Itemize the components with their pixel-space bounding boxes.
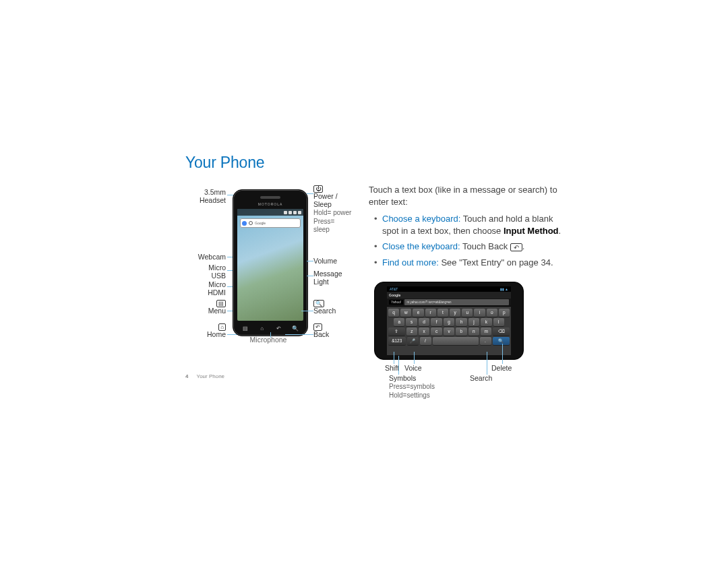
- manual-page: Your Phone 3.5mm Headset Webcam Micro US…: [185, 154, 570, 396]
- phone-screen-horizontal: AT&T▮▮ ▲ Google Yahoo! m.yahoo.com/?.tsr…: [387, 286, 511, 355]
- intro-text: Touch a text box (like in a message or s…: [369, 184, 570, 208]
- key-dot: .: [480, 337, 491, 345]
- key-t: t: [437, 309, 448, 317]
- key-w: w: [400, 309, 411, 317]
- vertical-phone-diagram: 3.5mm Headset Webcam Micro USB Micro HDM…: [185, 184, 353, 359]
- google-icon: [242, 221, 247, 226]
- key-e: e: [413, 309, 423, 317]
- key-d: d: [419, 318, 429, 326]
- key-v: v: [444, 327, 454, 336]
- footer-section: Your Phone: [197, 373, 225, 379]
- leader-line: [502, 344, 503, 364]
- phone-search-widget: Google: [240, 218, 301, 228]
- label-power: ⏻ Power / Sleep Hold= power Press= sleep: [313, 184, 353, 234]
- nav-search-icon: 🔍: [290, 325, 301, 332]
- key-slash: /: [420, 337, 431, 345]
- browser-tab: Yahoo!: [389, 300, 403, 305]
- key-m: m: [481, 327, 491, 336]
- bullet-find-out-more: Find out more: See "Text Entry" on page …: [375, 257, 570, 269]
- label-home: ⌂ Home: [185, 322, 226, 338]
- google-logo: Google: [389, 293, 400, 298]
- key-symbols: &123: [388, 337, 406, 345]
- leader-line: [487, 352, 487, 375]
- bullet-choose-keyboard: Choose a keyboard: Touch and hold a blan…: [375, 213, 570, 237]
- two-column-layout: 3.5mm Headset Webcam Micro USB Micro HDM…: [185, 184, 570, 396]
- page-title: Your Phone: [185, 154, 570, 172]
- search-placeholder: Google: [255, 221, 299, 225]
- key-g: g: [444, 318, 454, 326]
- leader-line: [285, 334, 313, 335]
- key-n: n: [468, 327, 479, 336]
- label-micro-hdmi: Micro HDMI: [185, 280, 226, 296]
- key-search: 🔍: [493, 337, 510, 345]
- key-x: x: [419, 327, 429, 336]
- key-c: c: [431, 327, 442, 336]
- leader-line: [307, 276, 313, 276]
- nav-back-icon: ↶: [273, 325, 284, 332]
- label-webcam: Webcam: [185, 253, 226, 261]
- key-p: p: [499, 309, 510, 317]
- label-microphone: Microphone: [245, 336, 292, 344]
- label-search: 🔍 Search: [313, 299, 336, 315]
- key-k: k: [481, 318, 491, 326]
- url-bar-row: Yahoo! m.yahoo.com/?.tsrc=att&lang=en: [387, 299, 511, 307]
- klabel-symbols: Symbols Press=symbols Hold=settings: [389, 374, 435, 399]
- klabel-delete: Delete: [491, 364, 512, 372]
- key-s: s: [406, 318, 417, 326]
- klabel-voice: Voice: [404, 364, 422, 372]
- bullet-list: Choose a keyboard: Touch and hold a blan…: [369, 213, 570, 268]
- key-r: r: [425, 309, 436, 317]
- page-footer: 4 Your Phone: [185, 373, 224, 379]
- key-j: j: [468, 318, 479, 326]
- phone-screen: Google: [237, 209, 303, 321]
- back-key-icon: ↶: [510, 243, 522, 251]
- leader-line: [270, 332, 271, 338]
- leader-line: [394, 352, 394, 364]
- bullet-close-keyboard: Close the keyboard: Touch Back ↶.: [375, 241, 570, 253]
- browser-chrome: Google: [387, 292, 511, 299]
- nav-menu-icon: ▤: [240, 325, 251, 332]
- leader-line: [301, 311, 313, 311]
- key-mic: 🎤: [407, 337, 419, 345]
- key-shift: ⇧: [388, 327, 405, 336]
- key-z: z: [406, 327, 417, 336]
- nav-home-icon: ⌂: [257, 325, 268, 332]
- label-menu: ▤ Menu: [185, 299, 226, 315]
- klabel-shift: Shift: [385, 364, 399, 372]
- label-message-light: Message Light: [313, 270, 342, 286]
- phone-body-horizontal: AT&T▮▮ ▲ Google Yahoo! m.yahoo.com/?.tsr…: [374, 282, 524, 360]
- klabel-search: Search: [470, 374, 492, 382]
- phone-statusbar: [237, 209, 303, 216]
- kbd-row-4: &123 🎤 / . 🔍: [388, 337, 510, 345]
- leader-line: [307, 261, 313, 261]
- key-b: b: [456, 327, 466, 336]
- key-a: a: [394, 318, 404, 326]
- label-volume: Volume: [313, 257, 337, 265]
- key-q: q: [388, 309, 399, 317]
- key-delete: ⌫: [493, 327, 510, 336]
- phone-earpiece: [260, 196, 280, 199]
- key-i: i: [474, 309, 485, 317]
- leader-line: [398, 356, 399, 375]
- key-o: o: [487, 309, 497, 317]
- onscreen-keyboard: q w e r t y u i o p: [387, 307, 511, 355]
- label-back: ↶ Back: [313, 322, 329, 338]
- kbd-row-2: a s d f g h j k l: [388, 318, 510, 326]
- key-space: [433, 337, 479, 345]
- label-headset: 3.5mm Headset: [185, 188, 226, 204]
- label-micro-usb: Micro USB: [185, 263, 226, 280]
- key-h: h: [456, 318, 466, 326]
- leader-line: [414, 352, 415, 364]
- kbd-row-3: ⇧ z x c v b n m ⌫: [388, 327, 510, 336]
- key-l: l: [493, 318, 504, 326]
- phone-body-vertical: MOTOROLA Google ▤ ⌂ ↶ 🔍: [233, 189, 308, 336]
- url-input: m.yahoo.com/?.tsrc=att&lang=en: [404, 299, 509, 305]
- search-icon: [249, 221, 253, 225]
- key-u: u: [462, 309, 473, 317]
- phone-statusbar-h: AT&T▮▮ ▲: [387, 286, 511, 292]
- phone-nav-buttons: ▤ ⌂ ↶ 🔍: [237, 323, 303, 333]
- phone-diagram-column: 3.5mm Headset Webcam Micro USB Micro HDM…: [185, 184, 353, 396]
- key-y: y: [450, 309, 460, 317]
- key-f: f: [431, 318, 442, 326]
- leader-line: [307, 193, 313, 194]
